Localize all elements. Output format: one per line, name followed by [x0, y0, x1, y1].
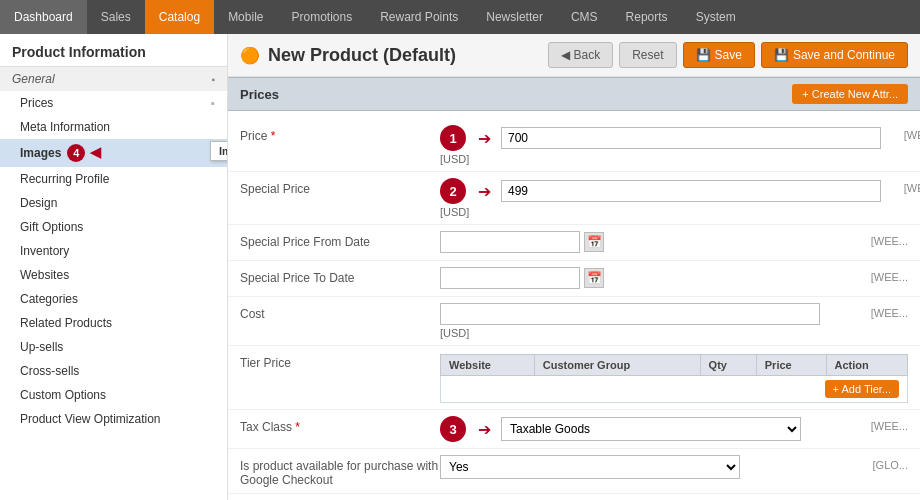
nav-cms[interactable]: CMS: [557, 0, 612, 34]
sidebar-item-up-sells[interactable]: Up-sells: [0, 335, 227, 359]
price-currency: [USD]: [440, 153, 881, 165]
create-new-attribute-button[interactable]: + Create New Attr...: [792, 84, 908, 104]
sidebar-item-design[interactable]: Design: [0, 191, 227, 215]
tax-class-select[interactable]: None Taxable Goods Shipping: [501, 417, 801, 441]
cost-input[interactable]: [440, 303, 820, 325]
sidebar-item-custom-options[interactable]: Custom Options: [0, 383, 227, 407]
sidebar-item-label: Websites: [20, 268, 69, 282]
page-title: New Product (Default): [268, 45, 456, 66]
special-price-suffix: [WEE...: [881, 178, 920, 194]
sidebar-item-label: Categories: [20, 292, 78, 306]
tax-class-required-marker: *: [295, 420, 300, 434]
sidebar-item-images[interactable]: Images 4 ◀ Images: [0, 139, 227, 167]
sidebar-item-label: Meta Information: [20, 120, 110, 134]
tier-price-table: Website Customer Group Qty Price Action …: [440, 354, 908, 403]
header-buttons: ◀ Back Reset 💾 Save 💾 Save and Continue: [548, 42, 908, 68]
images-tooltip: Images: [210, 141, 228, 161]
google-checkout-label: Is product available for purchase with G…: [240, 455, 440, 487]
cost-suffix: [WEE...: [848, 303, 908, 319]
sidebar-item-websites[interactable]: Websites: [0, 263, 227, 287]
special-price-currency: [USD]: [440, 206, 881, 218]
special-price-from-input[interactable]: [440, 231, 580, 253]
main-content: 🟠 New Product (Default) ◀ Back Reset 💾 S…: [228, 34, 920, 500]
collapse-icon: ▪: [211, 74, 215, 85]
nav-reward-points[interactable]: Reward Points: [366, 0, 472, 34]
cost-value-area: [USD]: [440, 303, 848, 339]
sidebar-item-label: Prices: [20, 96, 53, 110]
special-price-value-area: 2 ➔ [USD]: [440, 178, 881, 218]
sidebar-header: Product Information: [0, 34, 227, 66]
tier-col-website: Website: [441, 355, 535, 376]
cost-label: Cost: [240, 303, 440, 321]
back-arrow-icon: ◀: [561, 48, 570, 62]
price-label: Price *: [240, 125, 440, 143]
special-price-row: Special Price 2 ➔ [USD] [WEE...: [228, 172, 920, 225]
special-price-input[interactable]: [501, 180, 881, 202]
save-continue-button[interactable]: 💾 Save and Continue: [761, 42, 908, 68]
nav-sales[interactable]: Sales: [87, 0, 145, 34]
reset-button[interactable]: Reset: [619, 42, 676, 68]
tier-price-empty-row: + Add Tier...: [441, 376, 908, 403]
save-continue-icon: 💾: [774, 48, 789, 62]
special-price-to-input[interactable]: [440, 267, 580, 289]
tier-price-row: Tier Price Website Customer Group Qty Pr…: [228, 346, 920, 410]
step-3-arrow: ➔: [478, 420, 491, 439]
sidebar: Product Information General ▪ Prices ▪ M…: [0, 34, 228, 500]
nav-dashboard[interactable]: Dashboard: [0, 0, 87, 34]
nav-reports[interactable]: Reports: [612, 0, 682, 34]
price-required-marker: *: [271, 129, 276, 143]
nav-newsletter[interactable]: Newsletter: [472, 0, 557, 34]
sidebar-item-inventory[interactable]: Inventory: [0, 239, 227, 263]
special-price-to-value: 📅: [440, 267, 848, 289]
sidebar-item-meta-information[interactable]: Meta Information: [0, 115, 227, 139]
prices-form: Price * 1 ➔ [USD] [WEE... Special Price: [228, 111, 920, 500]
calendar-to-icon[interactable]: 📅: [584, 268, 604, 288]
cost-row: Cost [USD] [WEE...: [228, 297, 920, 346]
special-price-from-suffix: [WEE...: [848, 231, 908, 247]
sidebar-item-product-view-optimization[interactable]: Product View Optimization: [0, 407, 227, 431]
sidebar-item-recurring-profile[interactable]: Recurring Profile: [0, 167, 227, 191]
sidebar-item-cross-sells[interactable]: Cross-sells: [0, 359, 227, 383]
tax-class-label: Tax Class *: [240, 416, 440, 434]
sidebar-item-label: Up-sells: [20, 340, 63, 354]
special-price-label: Special Price: [240, 178, 440, 196]
step-2-badge: 2: [440, 178, 466, 204]
price-input[interactable]: [501, 127, 881, 149]
step-2-arrow: ➔: [478, 182, 491, 201]
step-1-arrow: ➔: [478, 129, 491, 148]
nav-promotions[interactable]: Promotions: [277, 0, 366, 34]
sidebar-prices-icon: ▪: [211, 97, 215, 109]
tier-col-qty: Qty: [700, 355, 756, 376]
tier-col-customer-group: Customer Group: [534, 355, 700, 376]
sidebar-section-general[interactable]: General ▪: [0, 66, 227, 91]
sidebar-section-label: General: [12, 72, 55, 86]
tier-col-price: Price: [756, 355, 826, 376]
sidebar-item-gift-options[interactable]: Gift Options: [0, 215, 227, 239]
save-icon: 💾: [696, 48, 711, 62]
google-checkout-row: Is product available for purchase with G…: [228, 449, 920, 494]
step-1-badge: 1: [440, 125, 466, 151]
sidebar-item-prices[interactable]: Prices ▪: [0, 91, 227, 115]
prices-section-header: Prices + Create New Attr...: [228, 77, 920, 111]
google-checkout-suffix: [GLO...: [848, 455, 908, 471]
save-button[interactable]: 💾 Save: [683, 42, 755, 68]
special-price-from-row: Special Price From Date 📅 [WEE...: [228, 225, 920, 261]
back-button[interactable]: ◀ Back: [548, 42, 614, 68]
sidebar-item-label: Gift Options: [20, 220, 83, 234]
special-price-to-label: Special Price To Date: [240, 267, 440, 285]
nav-mobile[interactable]: Mobile: [214, 0, 277, 34]
nav-system[interactable]: System: [682, 0, 750, 34]
special-price-from-value: 📅: [440, 231, 848, 253]
add-tier-button[interactable]: + Add Tier...: [825, 380, 899, 398]
sidebar-item-categories[interactable]: Categories: [0, 287, 227, 311]
sidebar-item-label: Cross-sells: [20, 364, 79, 378]
tier-price-table-area: Website Customer Group Qty Price Action …: [440, 352, 908, 403]
nav-catalog[interactable]: Catalog: [145, 0, 214, 34]
page-title-area: 🟠 New Product (Default): [240, 45, 456, 66]
google-checkout-select[interactable]: Yes No: [440, 455, 740, 479]
special-price-from-label: Special Price From Date: [240, 231, 440, 249]
calendar-from-icon[interactable]: 📅: [584, 232, 604, 252]
step-4-badge-inline: 4 ◀: [67, 144, 101, 162]
sidebar-item-related-products[interactable]: Related Products: [0, 311, 227, 335]
sidebar-item-label: Related Products: [20, 316, 112, 330]
